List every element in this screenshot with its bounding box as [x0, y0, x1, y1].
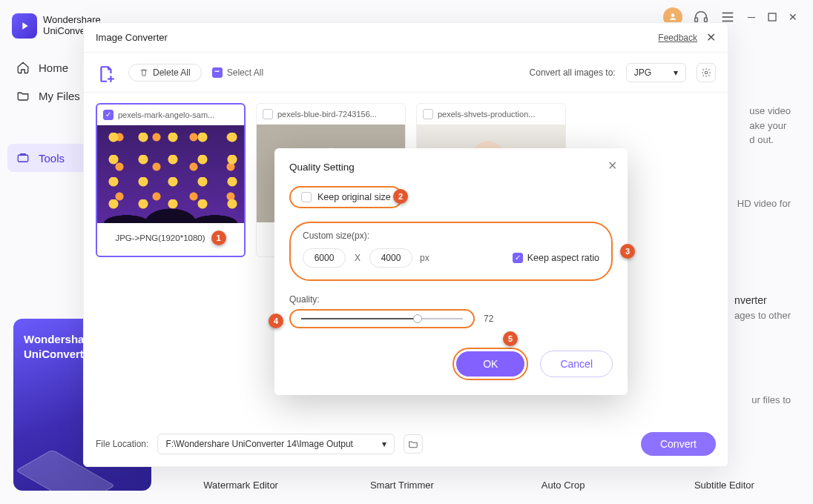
tool-smart-trimmer[interactable]: Smart Trimmer	[328, 472, 475, 498]
annotation-badge-5: 5	[503, 331, 518, 346]
app-window: ─ ✕ Wondershare UniConverter Home My Fil…	[0, 0, 813, 504]
tool-subtitle-editor[interactable]: Subtitle Editor	[651, 472, 798, 498]
quality-slider-wrap	[289, 309, 475, 328]
select-all-checkbox-icon	[212, 67, 223, 78]
keep-original-size-option[interactable]: Keep original size	[289, 186, 403, 208]
close-window-button[interactable]: ✕	[788, 12, 798, 22]
quality-label: Quality:	[289, 294, 613, 305]
custom-size-block: Custom size(px): X px Keep aspect ratio	[289, 222, 613, 281]
convert-button[interactable]: Convert	[641, 432, 716, 456]
annotation-badge-2: 2	[393, 189, 408, 204]
file-location-select[interactable]: F:\Wondershare UniConverter 14\Image Out…	[157, 434, 395, 454]
svg-rect-6	[18, 155, 28, 162]
keep-aspect-checkbox[interactable]	[513, 253, 523, 263]
bottom-tool-strip: Watermark Editor Smart Trimmer Auto Crop…	[167, 472, 798, 498]
output-format-value: JPG	[634, 67, 651, 78]
card-footer: JPG->PNG(1920*1080) 1	[97, 223, 244, 256]
annotation-badge-4: 4	[269, 314, 283, 328]
folder-icon	[408, 439, 418, 449]
select-all-toggle[interactable]: Select All	[212, 67, 263, 78]
annotation-badge-1: 1	[211, 231, 226, 245]
bg-snippet-1: use videoake yourd out.	[749, 104, 791, 147]
ok-button-highlight: OK	[452, 348, 528, 380]
quality-value: 72	[484, 314, 493, 324]
px-label: px	[420, 253, 429, 263]
ic-close-button[interactable]: ✕	[706, 30, 716, 44]
card-checkbox[interactable]	[103, 110, 113, 120]
dimension-separator: X	[353, 253, 362, 263]
keep-aspect-label: Keep aspect ratio	[527, 253, 599, 263]
width-input[interactable]	[303, 248, 346, 268]
quality-block: Quality: 4 72	[289, 294, 613, 328]
delete-all-label: Delete All	[153, 67, 191, 78]
thumbnail	[97, 125, 244, 223]
chevron-down-icon: ▾	[674, 67, 678, 78]
svg-point-7	[705, 71, 708, 74]
add-file-icon	[97, 64, 116, 84]
card-filename: pexels-blue-bird-7243156...	[277, 110, 377, 119]
ic-title: Image Converter	[96, 32, 168, 43]
open-folder-button[interactable]	[404, 434, 423, 454]
output-format-select[interactable]: JPG ▾	[626, 63, 686, 82]
card-checkbox[interactable]	[423, 109, 433, 119]
delete-all-button[interactable]: Delete All	[128, 64, 202, 82]
add-files-button[interactable]	[96, 62, 118, 84]
settings-button[interactable]	[697, 63, 716, 82]
custom-size-label: Custom size(px):	[303, 231, 599, 241]
trash-icon	[139, 68, 148, 77]
select-all-label: Select All	[227, 67, 263, 78]
qs-title: Quality Setting	[289, 162, 613, 173]
file-location-value: F:\Wondershare UniConverter 14\Image Out…	[165, 439, 353, 449]
card-filename: pexels-shvets-production...	[438, 110, 535, 119]
bg-snippet-3: nverterages to other	[734, 293, 791, 323]
quality-setting-dialog: Quality Setting ✕ Keep original size 2 C…	[274, 148, 628, 395]
maximize-button[interactable]	[767, 12, 777, 22]
keep-aspect-ratio-option[interactable]: Keep aspect ratio	[513, 253, 599, 263]
qs-close-button[interactable]: ✕	[608, 159, 617, 173]
height-input[interactable]	[369, 248, 412, 268]
bg-snippet-2: HD video for	[737, 196, 791, 211]
chevron-down-icon: ▾	[382, 439, 386, 449]
svg-rect-0	[695, 18, 698, 21]
ok-button[interactable]: OK	[456, 351, 524, 377]
ic-bottom-bar: File Location: F:\Wondershare UniConvert…	[96, 432, 716, 456]
card-filename: pexels-mark-angelo-sam...	[118, 110, 214, 119]
svg-rect-1	[705, 18, 708, 21]
user-icon	[668, 12, 678, 22]
quality-slider[interactable]	[301, 318, 463, 319]
convert-all-label: Convert all images to:	[530, 67, 616, 78]
bg-snippet-4: ur files to	[751, 393, 791, 408]
tool-auto-crop[interactable]: Auto Crop	[490, 472, 637, 498]
cancel-button[interactable]: Cancel	[540, 351, 613, 377]
svg-rect-5	[768, 13, 776, 21]
ic-toolbar: Delete All Select All Convert all images…	[84, 53, 728, 93]
logo-mark	[12, 13, 37, 39]
minimize-button[interactable]: ─	[746, 12, 757, 22]
keep-original-checkbox[interactable]	[301, 192, 312, 202]
nav-home-label: Home	[39, 62, 68, 74]
nav-tools-label: Tools	[39, 152, 65, 165]
card-checkbox[interactable]	[263, 109, 273, 119]
image-card[interactable]: pexels-mark-angelo-sam... JPG->PNG(1920*…	[96, 103, 246, 257]
nav-my-files-label: My Files	[39, 90, 80, 102]
file-location-label: File Location:	[96, 439, 148, 449]
tool-watermark[interactable]: Watermark Editor	[167, 472, 315, 498]
ic-titlebar: Image Converter Feedback ✕	[84, 23, 728, 53]
gear-icon	[701, 67, 711, 78]
annotation-badge-3: 3	[620, 244, 635, 259]
keep-original-label: Keep original size	[317, 192, 391, 202]
feedback-link[interactable]: Feedback	[658, 33, 697, 43]
